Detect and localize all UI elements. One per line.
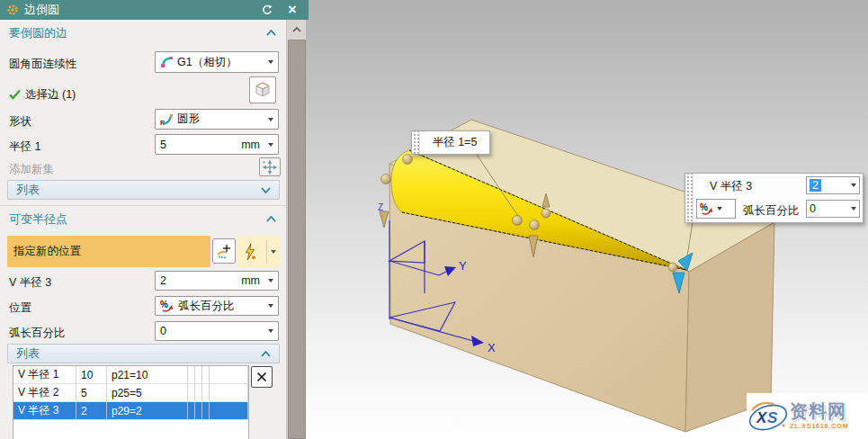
section-edges-to-blend[interactable]: 要倒圆的边 — [9, 25, 67, 41]
shape-label: 形状 — [9, 114, 31, 129]
continuity-value: G1（相切） — [177, 55, 265, 70]
sphere-handle[interactable] — [668, 263, 677, 272]
variable-radius-table[interactable]: V 半径 1 10 p21=10 V 半径 2 5 p25=5 V 半径 3 2… — [13, 365, 249, 439]
chevron-down-icon[interactable] — [261, 187, 271, 193]
arcpct-input[interactable]: 0 — [155, 321, 279, 341]
chevron-up-icon[interactable] — [261, 351, 271, 357]
sphere-handle[interactable] — [513, 216, 523, 226]
site-watermark: X S 资料网 ZL.XS1616.COM — [747, 393, 868, 439]
svg-text:X: X — [756, 409, 768, 426]
close-icon[interactable]: × — [282, 0, 302, 20]
dialog-titlebar[interactable]: 边倒圆 × — [0, 0, 309, 20]
list-group-collapsed[interactable]: 列表 — [7, 180, 280, 200]
svg-text:%: % — [160, 300, 168, 309]
dialog-body: 要倒圆的边 圆角面连续性 G1（相切） — [0, 20, 286, 439]
snap-point-button[interactable] — [237, 242, 264, 262]
editor-radius-input[interactable]: 2 — [806, 176, 860, 194]
position-dropdown[interactable]: % 弧长百分比 — [155, 296, 279, 316]
watermark-logo-icon: X S — [747, 397, 790, 436]
svg-text:R: R — [160, 120, 165, 126]
sphere-handle[interactable] — [403, 155, 413, 165]
reset-button[interactable] — [257, 0, 277, 20]
specify-new-location-field[interactable]: 指定新的位置 — [7, 236, 210, 267]
onscreen-parameter-editor[interactable]: V 半径 3 2 % 弧长百分比 0 — [685, 173, 864, 223]
cell-value[interactable]: 5 — [76, 384, 107, 401]
radius1-input[interactable]: 5 mm — [155, 134, 279, 155]
vr3-value: 2 — [160, 274, 241, 287]
down-arrow-handle[interactable] — [380, 211, 389, 228]
dialog-title: 边倒圆 — [24, 2, 59, 18]
dropdown-caret-icon[interactable] — [851, 184, 856, 187]
dropdown-caret-icon[interactable] — [268, 118, 273, 121]
shape-dropdown[interactable]: R 圆形 — [155, 109, 279, 130]
body-select-button[interactable] — [249, 76, 276, 103]
cell-expr[interactable]: p21=10 — [107, 366, 188, 383]
chevron-up-icon[interactable] — [266, 216, 276, 222]
cell-value[interactable]: 2 — [76, 402, 107, 419]
sphere-handle[interactable] — [541, 209, 550, 218]
shape-value: 圆形 — [177, 112, 265, 127]
remove-list-item-button[interactable] — [251, 366, 273, 388]
watermark-url: ZL.XS1616.COM — [790, 423, 848, 430]
dropdown-caret-icon[interactable] — [268, 143, 273, 147]
delete-x-icon — [256, 372, 267, 382]
dropdown-caret-icon[interactable] — [851, 207, 856, 211]
vr3-unit[interactable]: mm — [241, 274, 260, 287]
specify-label: 指定新的位置 — [13, 244, 81, 259]
editor-drag-grip[interactable] — [685, 174, 694, 222]
dropdown-caret-icon[interactable] — [268, 329, 273, 333]
radius-value-tooltip[interactable]: 半径 1=5 — [411, 130, 490, 155]
cube-icon — [253, 80, 273, 100]
dropdown-caret-icon[interactable] — [268, 60, 273, 64]
arc-length-percent-icon: % — [160, 300, 174, 312]
editor-position-type-dropdown[interactable]: % — [696, 199, 736, 219]
sphere-handle[interactable] — [530, 220, 540, 230]
list-label: 列表 — [16, 345, 40, 362]
section-divider — [0, 205, 286, 206]
snap-point-zone — [237, 236, 281, 267]
cell-name[interactable]: V 半径 1 — [13, 366, 76, 383]
list-label: 列表 — [16, 182, 40, 198]
add-new-set-button[interactable]: * — [259, 157, 281, 176]
cell-name[interactable]: V 半径 3 — [13, 402, 76, 419]
graphics-viewport[interactable]: Y X Z — [306, 0, 868, 439]
continuity-dropdown[interactable]: G1（相切） — [155, 51, 279, 73]
tooltip-text: 半径 1=5 — [420, 131, 489, 154]
vr3-label: V 半径 3 — [9, 275, 51, 290]
cell-expr[interactable]: p29=2 — [107, 402, 188, 419]
snap-options-caret-icon[interactable] — [271, 250, 276, 254]
radius1-unit[interactable]: mm — [241, 139, 260, 151]
editor-arcpct-label: 弧长百分比 — [743, 203, 800, 219]
scrollbar-up-arrow[interactable] — [287, 20, 306, 40]
dropdown-caret-icon[interactable] — [717, 207, 722, 211]
select-edge-row[interactable]: 选择边 (1) — [9, 87, 76, 102]
tooltip-drag-grip[interactable] — [412, 131, 420, 154]
point-dialog-button[interactable] — [212, 238, 236, 264]
cell-name[interactable]: V 半径 2 — [13, 384, 76, 401]
table-row-selected[interactable]: V 半径 3 2 p29=2 — [13, 402, 248, 420]
dropdown-caret-icon[interactable] — [268, 279, 273, 282]
list-group-expanded[interactable]: 列表 — [7, 344, 280, 363]
vr3-input[interactable]: 2 mm — [155, 271, 279, 291]
continuity-label: 圆角面连续性 — [9, 57, 76, 71]
scrollbar-thumb[interactable] — [288, 40, 306, 439]
watermark-title: 资料网 — [790, 402, 848, 420]
sphere-handle[interactable] — [381, 175, 391, 184]
dropdown-caret-icon[interactable] — [268, 304, 273, 308]
editor-arcpct-input[interactable]: 0 — [806, 200, 860, 218]
chevron-up-icon[interactable] — [266, 30, 276, 36]
table-row[interactable]: V 半径 1 10 p21=10 — [13, 366, 248, 384]
section-variable-radius[interactable]: 可变半径点 — [9, 211, 67, 228]
cell-expr[interactable]: p25=5 — [107, 384, 188, 401]
position-value: 弧长百分比 — [178, 299, 265, 314]
g1-tangent-icon — [160, 56, 174, 68]
arcpct-value: 0 — [160, 325, 265, 337]
editor-arcpct-value: 0 — [810, 202, 848, 215]
add-new-set-label: 添加新集 — [9, 162, 54, 176]
nx-application-window: Y X Z — [0, 0, 868, 439]
dialog-scrollbar[interactable] — [286, 20, 306, 439]
cell-value[interactable]: 10 — [76, 366, 107, 383]
circular-shape-icon: R — [160, 113, 174, 126]
table-row[interactable]: V 半径 2 5 p25=5 — [13, 384, 248, 402]
y-axis-label: Y — [459, 259, 467, 273]
